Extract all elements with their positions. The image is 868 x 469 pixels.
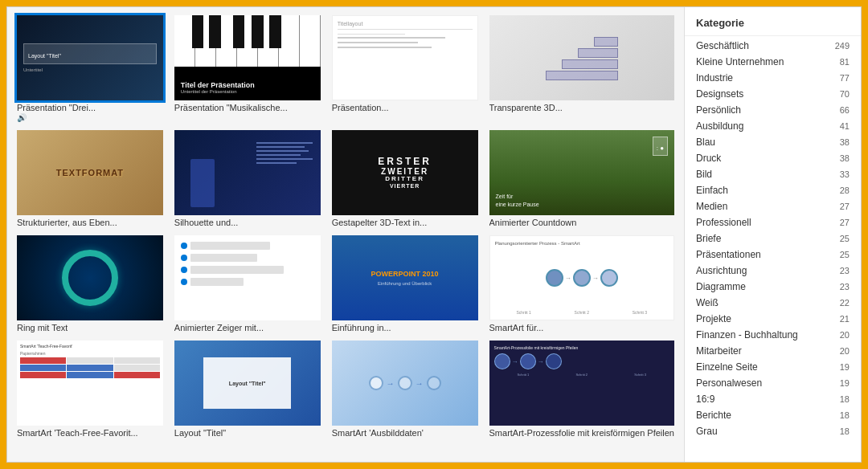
category-item-11[interactable]: Professionell27 <box>685 214 861 230</box>
category-name: Präsentationen <box>696 249 761 260</box>
thumb-smartbook[interactable]: SmartArt 'Teach-Free-Favorit' Papierrahm… <box>17 341 163 426</box>
category-name: Weiß <box>696 297 719 308</box>
item-label-11: Einführung in... <box>332 323 391 332</box>
item-label-2: Präsentation "Musikalische... <box>174 103 288 112</box>
category-count: 33 <box>840 169 850 179</box>
gallery-item-6[interactable]: Silhouette und... <box>174 130 321 227</box>
item-label-1: Präsentation "Drei... <box>17 103 96 112</box>
item-label-3: Präsentation... <box>332 103 389 112</box>
category-name: Professionell <box>696 217 751 228</box>
category-item-19[interactable]: Mitarbeiter20 <box>685 343 861 359</box>
thumb-musik[interactable]: Titel der Präsentation Untertitel der Pr… <box>174 15 321 100</box>
category-item-2[interactable]: Industrie77 <box>685 70 861 86</box>
item-label-7: Gestapelter 3D-Text in... <box>332 218 428 227</box>
category-item-3[interactable]: Designsets70 <box>685 86 861 102</box>
thumb-silhouette[interactable] <box>174 130 321 215</box>
thumb-ring[interactable] <box>17 235 163 320</box>
category-name: Blau <box>696 137 715 148</box>
gallery-item-10[interactable]: Animierter Zeiger mit... <box>174 235 321 332</box>
category-count: 28 <box>840 186 850 195</box>
category-count: 21 <box>840 314 850 324</box>
gallery-item-5[interactable]: TEXTFORMAT Strukturierter, aus Eben... <box>17 130 163 227</box>
gallery-grid: Layout "Titel" Untertitel Präsentation "… <box>17 15 674 438</box>
category-item-0[interactable]: Geschäftlich249 <box>685 38 861 54</box>
category-name: Berichte <box>696 410 731 421</box>
gallery-item-11[interactable]: POWERPOINT 2010 Einführung und Überblick… <box>332 235 478 332</box>
gallery-item-12[interactable]: Planungsorientierter Prozess - SmartArt … <box>489 235 674 332</box>
ring-graphic <box>62 250 118 306</box>
gallery-item-3[interactable]: Titellayout Präsentation... <box>332 15 478 122</box>
category-item-20[interactable]: Einzelne Seite19 <box>685 359 861 375</box>
category-count: 22 <box>840 298 850 308</box>
category-item-18[interactable]: Finanzen - Buchhaltung20 <box>685 327 861 343</box>
thumb-smartart[interactable]: Planungsorientierter Prozess - SmartArt … <box>489 235 674 320</box>
item-label-9: Ring mit Text <box>17 323 68 332</box>
category-name: Diagramme <box>696 281 746 292</box>
gallery-item-1[interactable]: Layout "Titel" Untertitel Präsentation "… <box>17 15 163 122</box>
gallery-item-4[interactable]: Transparente 3D... <box>489 15 674 122</box>
category-item-15[interactable]: Diagramme23 <box>685 279 861 295</box>
category-count: 23 <box>840 266 850 275</box>
category-item-12[interactable]: Briefe25 <box>685 230 861 247</box>
thumb-einfuhrung[interactable]: POWERPOINT 2010 Einführung und Überblick <box>332 235 478 320</box>
category-count: 18 <box>840 426 850 436</box>
category-count: 20 <box>840 330 850 340</box>
thumb-layouttitel[interactable]: Layout "Titel" <box>174 341 321 426</box>
category-count: 38 <box>840 153 850 163</box>
category-name: Geschäftlich <box>696 40 749 51</box>
category-name: Ausrichtung <box>696 265 747 276</box>
category-item-9[interactable]: Einfach28 <box>685 182 861 198</box>
thumb-ausbildung[interactable]: → → <box>332 341 478 426</box>
category-name: Einzelne Seite <box>696 361 758 373</box>
category-count: 27 <box>840 218 850 227</box>
category-name: Einfach <box>696 185 728 196</box>
gallery-item-7[interactable]: ERSTER ZWEITER DRITTER VIERTER Gestapelt… <box>332 130 478 227</box>
category-name: Medien <box>696 201 727 212</box>
thumb-drei[interactable]: Layout "Titel" Untertitel <box>17 15 163 100</box>
thumb-prozesspfeile[interactable]: SmartArt-Prozessfolie mit kreisförmigen … <box>489 341 674 426</box>
gallery-item-8[interactable]: : ● Zeit füreine kurze Pause Animierter … <box>489 130 674 227</box>
category-count: 25 <box>840 250 850 259</box>
item-label-13: SmartArt 'Teach-Free-Favorit... <box>17 428 138 438</box>
gallery-area: Layout "Titel" Untertitel Präsentation "… <box>7 7 684 462</box>
category-item-8[interactable]: Bild33 <box>685 166 861 182</box>
category-name: Projekte <box>696 313 731 324</box>
category-item-14[interactable]: Ausrichtung23 <box>685 263 861 279</box>
thumb-zeiger[interactable] <box>174 235 321 320</box>
category-name: Mitarbeiter <box>696 345 742 357</box>
category-item-7[interactable]: Druck38 <box>685 150 861 166</box>
gallery-item-9[interactable]: Ring mit Text <box>17 235 163 332</box>
item-label-14: Layout "Titel" <box>174 428 226 438</box>
thumb-titel[interactable]: Titellayout <box>332 15 478 100</box>
categories-list: Geschäftlich249Kleine Unternehmen81Indus… <box>685 38 861 439</box>
category-item-4[interactable]: Persönlich66 <box>685 102 861 118</box>
category-item-5[interactable]: Ausbildung41 <box>685 118 861 134</box>
category-item-23[interactable]: Berichte18 <box>685 407 861 423</box>
category-name: Briefe <box>696 233 721 244</box>
category-item-13[interactable]: Präsentationen25 <box>685 247 861 263</box>
category-count: 27 <box>840 202 850 211</box>
thumb-struktur[interactable]: TEXTFORMAT <box>17 130 163 215</box>
gallery-item-14[interactable]: Layout "Titel" Layout "Titel" <box>174 341 321 438</box>
category-name: Ausbildung <box>696 120 743 132</box>
thumb-3d[interactable] <box>489 15 674 100</box>
thumb-countdown[interactable]: : ● Zeit füreine kurze Pause <box>489 130 674 215</box>
gallery-item-15[interactable]: → → SmartArt 'Ausbilddaten' <box>332 341 478 438</box>
category-name: Personalwesen <box>696 377 762 389</box>
category-count: 19 <box>840 378 850 388</box>
category-count: 18 <box>840 394 850 404</box>
category-item-22[interactable]: 16:918 <box>685 391 861 407</box>
category-name: Persönlich <box>696 104 741 116</box>
category-item-24[interactable]: Grau18 <box>685 423 861 439</box>
category-item-1[interactable]: Kleine Unternehmen81 <box>685 54 861 70</box>
category-item-17[interactable]: Projekte21 <box>685 311 861 327</box>
item-label-8: Animierter Countdown <box>489 218 577 227</box>
gallery-item-13[interactable]: SmartArt 'Teach-Free-Favorit' Papierrahm… <box>17 341 163 438</box>
category-item-6[interactable]: Blau38 <box>685 134 861 150</box>
category-item-16[interactable]: Weiß22 <box>685 295 861 311</box>
gallery-item-2[interactable]: Titel der Präsentation Untertitel der Pr… <box>174 15 321 122</box>
thumb-3dtext[interactable]: ERSTER ZWEITER DRITTER VIERTER <box>332 130 478 215</box>
category-item-10[interactable]: Medien27 <box>685 198 861 214</box>
category-item-21[interactable]: Personalwesen19 <box>685 375 861 391</box>
gallery-item-16[interactable]: SmartArt-Prozessfolie mit kreisförmigen … <box>489 341 674 438</box>
